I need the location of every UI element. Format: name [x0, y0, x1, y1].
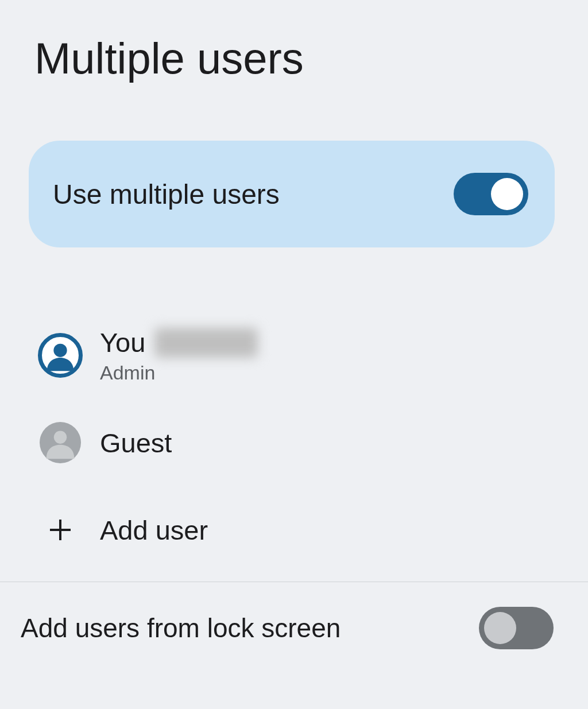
toggle-knob [491, 178, 523, 210]
add-users-from-lock-screen-label: Add users from lock screen [21, 613, 341, 644]
toggle-knob [484, 612, 516, 644]
use-multiple-users-row[interactable]: Use multiple users [29, 141, 555, 247]
users-list: You Admin Guest [0, 317, 588, 568]
use-multiple-users-toggle[interactable] [454, 173, 528, 215]
user-row-you[interactable]: You Admin [0, 317, 588, 393]
svg-point-0 [53, 344, 67, 357]
add-user-row[interactable]: Add user [0, 492, 588, 568]
settings-page: Multiple users Use multiple users You [0, 0, 588, 709]
add-user-label: Add user [100, 514, 208, 546]
person-icon [40, 422, 81, 463]
person-icon [38, 333, 83, 378]
user-you-role: Admin [100, 362, 258, 384]
user-you-label: You [100, 327, 145, 358]
svg-point-1 [54, 431, 67, 444]
add-users-from-lock-screen-row[interactable]: Add users from lock screen [0, 582, 588, 674]
user-row-guest[interactable]: Guest [0, 405, 588, 481]
page-title: Multiple users [34, 33, 588, 83]
user-guest-label: Guest [100, 427, 172, 459]
add-users-from-lock-screen-toggle[interactable] [479, 607, 554, 649]
plus-icon [40, 509, 81, 551]
use-multiple-users-label: Use multiple users [53, 179, 280, 210]
avatar-guest [38, 420, 83, 465]
avatar-you [38, 333, 83, 378]
user-you-name-redacted [154, 328, 258, 358]
